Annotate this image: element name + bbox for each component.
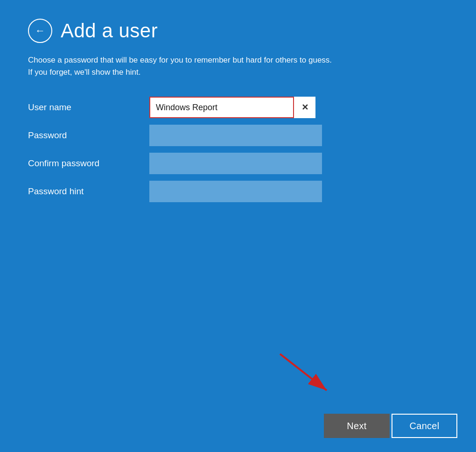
password-row: Password bbox=[28, 125, 448, 146]
confirm-password-input-wrapper bbox=[149, 153, 322, 174]
password-hint-label: Password hint bbox=[28, 186, 149, 197]
confirm-password-row: Confirm password bbox=[28, 153, 448, 174]
header: ← Add a user bbox=[28, 19, 448, 43]
next-button[interactable]: Next bbox=[324, 414, 390, 438]
confirm-password-input[interactable] bbox=[149, 153, 322, 174]
back-button[interactable]: ← bbox=[28, 19, 52, 43]
form-section: User name ✕ Password Confirm password Pa… bbox=[28, 97, 448, 209]
password-input-wrapper bbox=[149, 125, 322, 146]
username-row: User name ✕ bbox=[28, 97, 448, 118]
bottom-buttons: Next Cancel bbox=[305, 400, 476, 452]
password-hint-input[interactable] bbox=[149, 181, 322, 202]
clear-username-button[interactable]: ✕ bbox=[294, 97, 315, 118]
username-input[interactable] bbox=[149, 97, 294, 118]
cancel-button[interactable]: Cancel bbox=[392, 414, 457, 438]
subtitle: Choose a password that will be easy for … bbox=[28, 54, 429, 78]
page-container: ← Add a user Choose a password that will… bbox=[0, 0, 476, 452]
back-arrow-icon: ← bbox=[35, 26, 45, 36]
username-input-wrapper: ✕ bbox=[149, 97, 315, 118]
password-hint-input-wrapper bbox=[149, 181, 322, 202]
password-label: Password bbox=[28, 130, 149, 141]
page-title: Add a user bbox=[61, 20, 158, 42]
confirm-password-label: Confirm password bbox=[28, 158, 149, 169]
username-label: User name bbox=[28, 102, 149, 113]
password-hint-row: Password hint bbox=[28, 181, 448, 202]
password-input[interactable] bbox=[149, 125, 322, 146]
